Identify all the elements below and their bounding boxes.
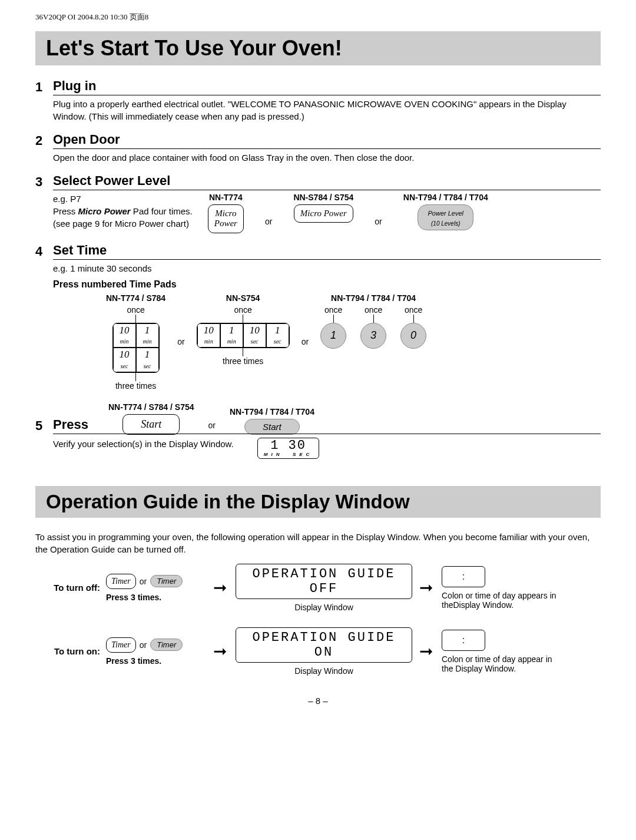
step-title: Set Time	[53, 243, 601, 260]
step3-eg: e.g. P7	[53, 194, 81, 204]
g2-label: NN-S754	[197, 293, 290, 303]
micro-power-button-wide[interactable]: Micro Power	[294, 204, 353, 223]
arrow-icon: ➞	[213, 641, 228, 661]
display-caption: Display Window	[236, 603, 412, 612]
step-title: Press	[53, 417, 88, 432]
g1-three: three times	[106, 381, 165, 391]
step-title: Select Power Level	[53, 173, 601, 190]
pad-value: 1	[145, 349, 150, 360]
time-pad-grid[interactable]: 10min 1min 10sec 1sec	[112, 323, 160, 373]
pad-value: 10	[204, 325, 214, 336]
pad-unit: min	[204, 338, 213, 345]
step3-press-b: Micro Power	[78, 206, 131, 216]
press-3-times: Press 3 times.	[106, 656, 206, 666]
step3-press-c: Pad four times.	[131, 206, 193, 216]
guide-on-label: To turn on:	[35, 646, 106, 656]
or-text: or	[265, 217, 272, 226]
step-title: Open Door	[53, 132, 601, 149]
step-1: 1 Plug in Plug into a properly earthed e…	[35, 78, 601, 123]
step-number: 1	[35, 80, 53, 95]
pad-unit: min	[227, 338, 236, 345]
or-text: or	[140, 577, 147, 586]
lcd-display: 1 30 MIN SEC	[257, 438, 320, 459]
guide-on-row: To turn on: Timer or Timer Press 3 times…	[35, 627, 601, 676]
or-text: or	[302, 337, 309, 346]
pad-unit: sec	[274, 338, 281, 345]
pad-unit: min	[143, 338, 152, 345]
digit-button-3[interactable]: 3	[360, 323, 386, 349]
pad-value: 10	[120, 349, 130, 360]
step-text: Open the door and place container with f…	[53, 151, 601, 164]
or-text: or	[140, 640, 147, 650]
or-text: or	[375, 217, 382, 226]
pad-value: 1	[275, 325, 280, 336]
timer-button[interactable]: Timer	[106, 637, 136, 653]
timer-button-oval[interactable]: Timer	[150, 575, 183, 587]
step-number: 3	[35, 174, 53, 190]
arrow-icon: ➞	[213, 578, 228, 597]
lcd-digits: 1 30	[264, 439, 313, 452]
timer-button-oval[interactable]: Timer	[150, 639, 183, 651]
s5-m1-label: NN-T774 / S784 / S754	[108, 402, 194, 412]
timer-button[interactable]: Timer	[106, 574, 136, 589]
pad-value: 1	[229, 325, 234, 336]
digit-button-1[interactable]: 1	[320, 323, 346, 349]
step4-eg: e.g. 1 minute 30 seconds	[53, 262, 601, 275]
arrow-icon: ➞	[419, 578, 435, 597]
g3-once: once	[400, 305, 426, 315]
guide-intro: To assist you in programming your oven, …	[35, 531, 601, 555]
time-pad-row[interactable]: 10min 1min 10sec 1sec	[197, 323, 290, 349]
step-title: Plug in	[53, 78, 601, 95]
guide-off-row: To turn off: Timer or Timer Press 3 time…	[35, 564, 601, 612]
step-number: 4	[35, 244, 53, 259]
pad-unit: sec	[251, 338, 259, 345]
step-2: 2 Open Door Open the door and place cont…	[35, 132, 601, 164]
verify-text: Verify your selection(s) in the Display …	[53, 438, 234, 450]
page: 36V20QP OI 2004.8.20 10:30 页面8 Let's Sta…	[0, 0, 636, 741]
banner-operation-guide: Operation Guide in the Display Window	[35, 486, 601, 518]
digit-button-0[interactable]: 0	[400, 323, 426, 349]
lcd-min: MIN	[264, 452, 283, 457]
pad-value: 10	[250, 325, 260, 336]
step-number: 5	[35, 418, 53, 434]
pad-value: 10	[120, 325, 130, 336]
btn-line1: Micro	[215, 209, 236, 218]
step-number: 2	[35, 133, 53, 148]
model-label-2: NN-S784 / S754	[293, 193, 353, 202]
model-label-3: NN-T794 / T784 / T704	[403, 193, 488, 202]
g1-label: NN-T774 / S784	[106, 293, 165, 303]
g3-once: once	[320, 305, 346, 315]
press-3-times: Press 3 times.	[106, 593, 206, 602]
step3-see: (see page 9 for Micro Power chart)	[53, 219, 189, 229]
pad-value: 1	[145, 325, 150, 336]
print-header: 36V20QP OI 2004.8.20 10:30 页面8	[35, 12, 601, 22]
step-4: 4 Set Time e.g. 1 minute 30 seconds Pres…	[35, 243, 601, 435]
btn-line1: Power Level	[428, 210, 463, 217]
result-text: Colon or time of day appear in the Displ…	[442, 654, 559, 673]
pad-unit: sec	[121, 363, 128, 369]
or-text: or	[177, 337, 184, 346]
g3-once: once	[360, 305, 386, 315]
banner-start-oven: Let's Start To Use Your Oven!	[35, 31, 601, 65]
pad-unit: sec	[144, 363, 151, 369]
g2-three: three times	[197, 356, 290, 366]
micro-power-button[interactable]: Micro Power	[208, 204, 244, 233]
step-text: Plug into a properly earthed electrical …	[53, 98, 601, 123]
step4-sub: Press numbered Time Pads	[53, 279, 601, 290]
g1-once: once	[106, 305, 165, 315]
g2-once: once	[197, 305, 290, 315]
btn-line2: Power	[214, 219, 237, 228]
display-on: OPERATION GUIDE ON	[236, 627, 412, 663]
btn-line2: (10 Levels)	[431, 220, 460, 227]
step-5: 5 Press Verify your selection(s) in the …	[35, 417, 601, 459]
colon-display: :	[442, 630, 485, 651]
colon-display: :	[442, 566, 485, 587]
arrow-icon: ➞	[419, 641, 435, 661]
display-off: OPERATION GUIDE OFF	[236, 564, 412, 599]
pad-unit: min	[120, 338, 129, 345]
model-label-1: NN-T774	[208, 193, 244, 202]
step-3: 3 Select Power Level e.g. P7 Press Micro…	[35, 173, 601, 233]
g3-label: NN-T794 / T784 / T704	[320, 293, 426, 303]
s5-m2-label: NN-T794 / T784 / T704	[230, 407, 314, 416]
power-level-button-oval[interactable]: Power Level (10 Levels)	[418, 204, 473, 230]
